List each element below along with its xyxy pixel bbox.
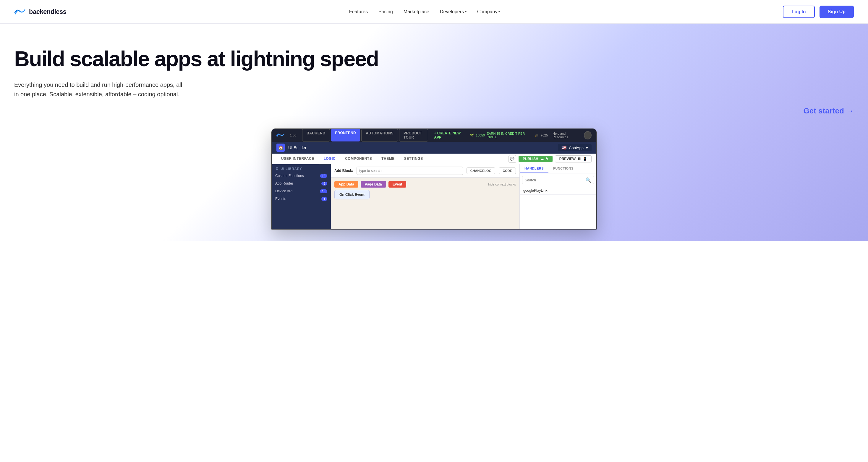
right-panel-tab-functions[interactable]: FUNCTIONS [549,164,578,173]
sidebar-section-title: ⚙ UI LIBRARY [272,164,331,172]
nav-links: Features Pricing Marketplace Developers … [349,9,500,14]
credit-label: EARN $5 IN CREDIT PER INVITE [487,132,530,139]
sidebar-item-events[interactable]: Events 1 [272,195,331,203]
mobile-icon: 📱 [583,157,587,161]
tag-app-data[interactable]: App Data [334,181,358,188]
credit-amount: 13050 [476,134,485,137]
nav-pricing[interactable]: Pricing [378,9,393,14]
add-block-label: Add Block: [334,169,353,173]
sidebar-item-app-router[interactable]: App Router 3 [272,179,331,187]
search-input[interactable] [525,178,584,182]
right-panel: HANDLERS FUNCTIONS 🔍 googlePlayLink [520,164,596,229]
hero-section: Build scalable apps at lightning speed E… [0,24,868,241]
device-api-badge: 10 [320,189,327,193]
app-tab-automations[interactable]: AUTOMATIONS [361,129,398,141]
app-selector[interactable]: 🇺🇸 CoolApp ▾ [558,144,592,151]
subnav-tab-ui[interactable]: USER INTERFACE [276,154,319,164]
on-click-event-block[interactable]: On Click Event [334,190,370,199]
app-content: Add Block: CHANGELOG CODE App Data Page … [331,164,520,229]
add-block-input[interactable] [356,167,463,175]
hero-title: Build scalable apps at lightning speed [14,47,378,71]
nav-features[interactable]: Features [349,9,368,14]
create-new-app[interactable]: + CREATE NEW APP [434,131,466,139]
subnav-right: 💬 PUBLISH ☁ ✎ PREVIEW 🖥 📱 [508,155,592,163]
logic-canvas: App Data Page Data Event hide context bl… [331,177,520,229]
nav-marketplace[interactable]: Marketplace [404,9,429,14]
gear-icon: ⚙ [275,167,279,171]
chevron-down-icon: ▾ [465,10,467,13]
edit-icon: ✎ [546,157,549,161]
nav-actions: Log In Sign Up [783,6,854,18]
app-main: ⚙ UI LIBRARY Custom Functions 12 App Rou… [272,164,596,229]
logic-tags: App Data Page Data Event hide context bl… [334,181,516,188]
app-router-badge: 3 [321,182,327,186]
app-tab-frontend[interactable]: FRONTEND [331,129,361,141]
navbar: backendless Features Pricing Marketplace… [0,0,868,24]
nav-company[interactable]: Company ▾ [477,9,500,14]
credit-badge: 🌱 13050 EARN $5 IN CREDIT PER INVITE [470,132,530,139]
app-logo-small [276,132,285,138]
hero-subtitle: Everything you need to build and run hig… [14,80,186,99]
sidebar-item-device-api[interactable]: Device API 10 [272,187,331,195]
subnav-tab-logic[interactable]: LOGIC [319,154,341,164]
monitor-icon: 🖥 [578,157,581,161]
tag-page-data[interactable]: Page Data [361,181,386,188]
cloud-icon: ☁ [540,157,544,161]
subnav-tab-settings[interactable]: SETTINGS [399,154,428,164]
result-item: googlePlayLink [520,187,596,195]
get-started-link[interactable]: Get started → [804,106,854,116]
hide-blocks-label[interactable]: hide context blocks [488,183,516,186]
screenshot-container: 1.00 BACKEND FRONTEND AUTOMATIONS PRODUC… [14,129,854,230]
logo-text: backendless [29,8,66,15]
preview-button[interactable]: PREVIEW 🖥 📱 [555,155,592,162]
app-version: 1.00 [290,134,296,137]
app-tab-product-tour[interactable]: PRODUCT TOUR [399,129,428,141]
app-subnav: USER INTERFACE LOGIC COMPONENTS THEME SE… [272,154,596,164]
app-builder-bar: 🏠 UI Builder 🇺🇸 CoolApp ▾ [272,142,596,154]
nav-developers[interactable]: Developers ▾ [440,9,467,14]
help-label[interactable]: Help and Resources [553,132,579,139]
chevron-down-icon: ▾ [498,10,500,13]
logic-area: App Data Page Data Event hide context bl… [331,177,520,229]
login-button[interactable]: Log In [783,6,815,18]
hero-cta: Get started → [804,106,854,116]
right-panel-tab-handlers[interactable]: HANDLERS [520,164,549,173]
publish-button[interactable]: PUBLISH ☁ ✎ [519,156,553,162]
tag-event[interactable]: Event [389,181,406,188]
right-panel-tabs: HANDLERS FUNCTIONS [520,164,596,173]
points-icon: 🎓 [535,134,539,137]
subnav-tab-components[interactable]: COMPONENTS [340,154,377,164]
logo-icon [14,7,27,16]
custom-functions-badge: 12 [320,174,327,178]
user-avatar[interactable] [584,131,592,139]
search-field: 🔍 [522,176,594,184]
subnav-tab-theme[interactable]: THEME [377,154,399,164]
points-value: 7625 [541,134,548,137]
sidebar-item-custom-functions[interactable]: Custom Functions 12 [272,172,331,179]
home-icon-btn[interactable]: 🏠 [276,143,285,152]
app-screenshot: 1.00 BACKEND FRONTEND AUTOMATIONS PRODUC… [271,129,597,230]
code-button[interactable]: CODE [499,167,516,174]
selector-chevron-icon: ▾ [586,145,588,150]
chat-icon-btn[interactable]: 💬 [508,155,516,163]
signup-button[interactable]: Sign Up [819,6,854,18]
search-icon: 🔍 [585,177,591,183]
app-builder-title: UI Builder [288,145,554,150]
hero-content: Build scalable apps at lightning speed E… [14,47,378,111]
app-topbar-right: 🌱 13050 EARN $5 IN CREDIT PER INVITE 🎓 7… [470,131,592,139]
credit-icon: 🌱 [470,134,474,137]
events-badge: 1 [321,197,327,201]
changelog-button[interactable]: CHANGELOG [467,167,495,174]
logo-link[interactable]: backendless [14,7,66,16]
app-tab-backend[interactable]: BACKEND [302,129,330,141]
app-topbar: 1.00 BACKEND FRONTEND AUTOMATIONS PRODUC… [272,129,596,142]
flag-icon: 🇺🇸 [561,145,566,150]
add-block-bar: Add Block: CHANGELOG CODE [331,164,520,177]
app-name: CoolApp [569,145,584,150]
points-badge: 🎓 7625 [535,134,548,137]
app-nav-tabs: BACKEND FRONTEND AUTOMATIONS PRODUCT TOU… [302,129,428,141]
app-sidebar: ⚙ UI LIBRARY Custom Functions 12 App Rou… [272,164,331,229]
